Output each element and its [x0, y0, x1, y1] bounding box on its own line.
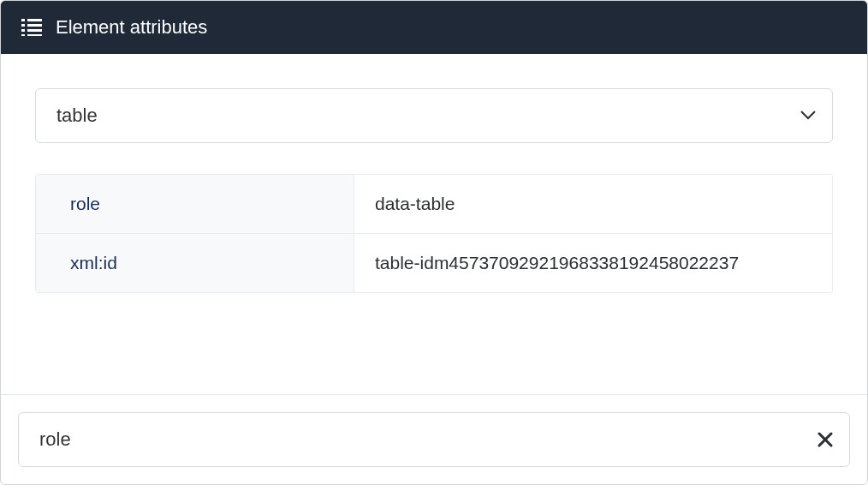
element-attributes-panel: Element attributes table role data-table… [0, 0, 868, 485]
element-selector-value: table [56, 105, 98, 127]
close-icon [817, 427, 833, 452]
panel-header: Element attributes [1, 1, 867, 54]
attribute-value[interactable]: data-table [354, 175, 832, 233]
attribute-name[interactable]: role [36, 175, 354, 233]
attributes-table: role data-table xml:id table-idm45737092… [35, 174, 833, 293]
list-icon [21, 19, 42, 36]
svg-rect-6 [21, 34, 25, 36]
panel-body: table role data-table xml:id table-idm45… [1, 54, 867, 394]
attribute-name[interactable]: xml:id [36, 233, 354, 292]
svg-rect-1 [27, 19, 42, 21]
panel-title: Element attributes [56, 16, 207, 39]
svg-rect-5 [27, 29, 42, 32]
table-row: xml:id table-idm457370929219683381924580… [36, 233, 832, 292]
svg-rect-0 [21, 19, 25, 21]
svg-rect-3 [27, 24, 42, 27]
svg-rect-4 [21, 29, 25, 32]
svg-rect-7 [27, 34, 42, 36]
element-selector[interactable]: table [35, 88, 833, 143]
panel-footer [1, 394, 867, 484]
attribute-filter-input[interactable] [18, 412, 850, 467]
table-row: role data-table [36, 175, 832, 233]
svg-rect-2 [21, 24, 25, 27]
clear-button[interactable] [812, 423, 838, 456]
attribute-value[interactable]: table-idm45737092921968338192458022237 [354, 233, 832, 292]
